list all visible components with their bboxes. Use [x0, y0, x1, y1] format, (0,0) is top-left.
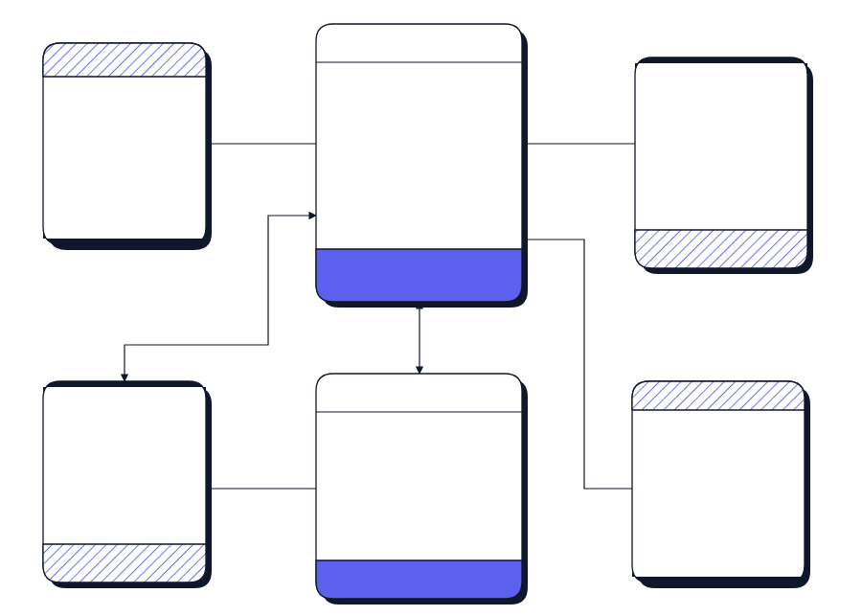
node-header-hatch [43, 43, 206, 77]
node-nodeC[interactable] [635, 57, 813, 274]
node-body [632, 381, 805, 582]
node-nodeE[interactable] [316, 374, 528, 605]
node-footer-hatch [635, 230, 807, 268]
node-nodeD[interactable] [43, 381, 212, 588]
node-nodeF[interactable] [632, 381, 810, 588]
node-header-hatch [632, 381, 805, 410]
node-footer-solid [316, 249, 522, 302]
edge-eBF [522, 240, 632, 489]
node-footer-hatch [43, 544, 206, 582]
node-nodeB[interactable] [316, 24, 528, 308]
node-footer-solid [316, 560, 522, 599]
diagram-canvas [0, 0, 862, 616]
node-nodeA[interactable] [43, 43, 212, 250]
